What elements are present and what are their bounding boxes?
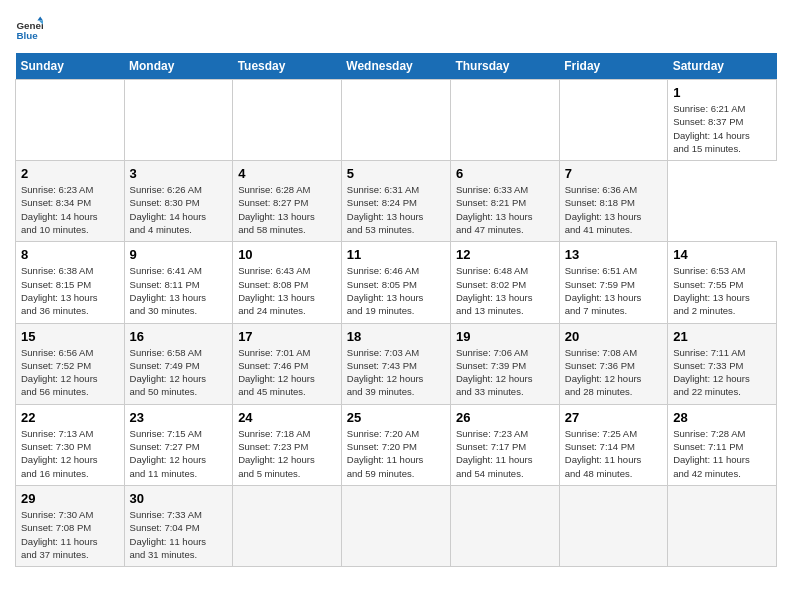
col-header-saturday: Saturday bbox=[668, 53, 777, 80]
col-header-monday: Monday bbox=[124, 53, 233, 80]
day-info: Sunrise: 7:30 AM Sunset: 7:08 PM Dayligh… bbox=[21, 508, 119, 561]
calendar-cell: 1Sunrise: 6:21 AM Sunset: 8:37 PM Daylig… bbox=[668, 80, 777, 161]
day-number: 9 bbox=[130, 247, 228, 262]
day-number: 19 bbox=[456, 329, 554, 344]
calendar-cell bbox=[124, 80, 233, 161]
day-number: 18 bbox=[347, 329, 445, 344]
col-header-tuesday: Tuesday bbox=[233, 53, 342, 80]
day-info: Sunrise: 6:23 AM Sunset: 8:34 PM Dayligh… bbox=[21, 183, 119, 236]
calendar-cell: 3Sunrise: 6:26 AM Sunset: 8:30 PM Daylig… bbox=[124, 161, 233, 242]
day-info: Sunrise: 7:20 AM Sunset: 7:20 PM Dayligh… bbox=[347, 427, 445, 480]
day-number: 17 bbox=[238, 329, 336, 344]
day-number: 11 bbox=[347, 247, 445, 262]
col-header-wednesday: Wednesday bbox=[341, 53, 450, 80]
day-info: Sunrise: 6:53 AM Sunset: 7:55 PM Dayligh… bbox=[673, 264, 771, 317]
day-number: 10 bbox=[238, 247, 336, 262]
day-info: Sunrise: 7:28 AM Sunset: 7:11 PM Dayligh… bbox=[673, 427, 771, 480]
day-number: 2 bbox=[21, 166, 119, 181]
calendar-cell: 13Sunrise: 6:51 AM Sunset: 7:59 PM Dayli… bbox=[559, 242, 667, 323]
calendar-cell: 15Sunrise: 6:56 AM Sunset: 7:52 PM Dayli… bbox=[16, 323, 125, 404]
day-number: 6 bbox=[456, 166, 554, 181]
col-header-sunday: Sunday bbox=[16, 53, 125, 80]
calendar-cell: 21Sunrise: 7:11 AM Sunset: 7:33 PM Dayli… bbox=[668, 323, 777, 404]
day-number: 20 bbox=[565, 329, 662, 344]
calendar-cell bbox=[341, 485, 450, 566]
calendar-cell: 29Sunrise: 7:30 AM Sunset: 7:08 PM Dayli… bbox=[16, 485, 125, 566]
day-info: Sunrise: 7:08 AM Sunset: 7:36 PM Dayligh… bbox=[565, 346, 662, 399]
day-info: Sunrise: 6:43 AM Sunset: 8:08 PM Dayligh… bbox=[238, 264, 336, 317]
calendar-cell bbox=[559, 485, 667, 566]
day-info: Sunrise: 6:46 AM Sunset: 8:05 PM Dayligh… bbox=[347, 264, 445, 317]
day-number: 15 bbox=[21, 329, 119, 344]
day-info: Sunrise: 6:21 AM Sunset: 8:37 PM Dayligh… bbox=[673, 102, 771, 155]
calendar-body: 1Sunrise: 6:21 AM Sunset: 8:37 PM Daylig… bbox=[16, 80, 777, 567]
day-info: Sunrise: 6:28 AM Sunset: 8:27 PM Dayligh… bbox=[238, 183, 336, 236]
day-info: Sunrise: 7:33 AM Sunset: 7:04 PM Dayligh… bbox=[130, 508, 228, 561]
day-info: Sunrise: 7:15 AM Sunset: 7:27 PM Dayligh… bbox=[130, 427, 228, 480]
header: General Blue bbox=[15, 15, 777, 43]
calendar-cell bbox=[450, 80, 559, 161]
day-info: Sunrise: 6:38 AM Sunset: 8:15 PM Dayligh… bbox=[21, 264, 119, 317]
day-number: 21 bbox=[673, 329, 771, 344]
calendar-week-row: 15Sunrise: 6:56 AM Sunset: 7:52 PM Dayli… bbox=[16, 323, 777, 404]
calendar-cell: 7Sunrise: 6:36 AM Sunset: 8:18 PM Daylig… bbox=[559, 161, 667, 242]
logo: General Blue bbox=[15, 15, 47, 43]
day-info: Sunrise: 7:23 AM Sunset: 7:17 PM Dayligh… bbox=[456, 427, 554, 480]
day-info: Sunrise: 7:01 AM Sunset: 7:46 PM Dayligh… bbox=[238, 346, 336, 399]
day-info: Sunrise: 6:33 AM Sunset: 8:21 PM Dayligh… bbox=[456, 183, 554, 236]
day-number: 24 bbox=[238, 410, 336, 425]
calendar-cell: 25Sunrise: 7:20 AM Sunset: 7:20 PM Dayli… bbox=[341, 404, 450, 485]
calendar-cell: 6Sunrise: 6:33 AM Sunset: 8:21 PM Daylig… bbox=[450, 161, 559, 242]
calendar-cell: 19Sunrise: 7:06 AM Sunset: 7:39 PM Dayli… bbox=[450, 323, 559, 404]
calendar-cell bbox=[450, 485, 559, 566]
calendar-week-row: 29Sunrise: 7:30 AM Sunset: 7:08 PM Dayli… bbox=[16, 485, 777, 566]
day-number: 27 bbox=[565, 410, 662, 425]
calendar-cell: 2Sunrise: 6:23 AM Sunset: 8:34 PM Daylig… bbox=[16, 161, 125, 242]
day-info: Sunrise: 6:58 AM Sunset: 7:49 PM Dayligh… bbox=[130, 346, 228, 399]
calendar-cell: 23Sunrise: 7:15 AM Sunset: 7:27 PM Dayli… bbox=[124, 404, 233, 485]
day-info: Sunrise: 6:48 AM Sunset: 8:02 PM Dayligh… bbox=[456, 264, 554, 317]
calendar-cell bbox=[559, 80, 667, 161]
calendar-cell bbox=[16, 80, 125, 161]
calendar-header-row: SundayMondayTuesdayWednesdayThursdayFrid… bbox=[16, 53, 777, 80]
day-number: 1 bbox=[673, 85, 771, 100]
calendar-cell: 28Sunrise: 7:28 AM Sunset: 7:11 PM Dayli… bbox=[668, 404, 777, 485]
calendar-cell: 12Sunrise: 6:48 AM Sunset: 8:02 PM Dayli… bbox=[450, 242, 559, 323]
day-info: Sunrise: 7:18 AM Sunset: 7:23 PM Dayligh… bbox=[238, 427, 336, 480]
day-info: Sunrise: 7:11 AM Sunset: 7:33 PM Dayligh… bbox=[673, 346, 771, 399]
day-info: Sunrise: 6:41 AM Sunset: 8:11 PM Dayligh… bbox=[130, 264, 228, 317]
day-info: Sunrise: 7:25 AM Sunset: 7:14 PM Dayligh… bbox=[565, 427, 662, 480]
calendar-cell: 18Sunrise: 7:03 AM Sunset: 7:43 PM Dayli… bbox=[341, 323, 450, 404]
day-info: Sunrise: 7:13 AM Sunset: 7:30 PM Dayligh… bbox=[21, 427, 119, 480]
calendar-cell: 24Sunrise: 7:18 AM Sunset: 7:23 PM Dayli… bbox=[233, 404, 342, 485]
calendar-cell: 27Sunrise: 7:25 AM Sunset: 7:14 PM Dayli… bbox=[559, 404, 667, 485]
day-info: Sunrise: 6:36 AM Sunset: 8:18 PM Dayligh… bbox=[565, 183, 662, 236]
calendar-cell: 5Sunrise: 6:31 AM Sunset: 8:24 PM Daylig… bbox=[341, 161, 450, 242]
calendar-cell: 8Sunrise: 6:38 AM Sunset: 8:15 PM Daylig… bbox=[16, 242, 125, 323]
day-info: Sunrise: 6:31 AM Sunset: 8:24 PM Dayligh… bbox=[347, 183, 445, 236]
calendar-week-row: 22Sunrise: 7:13 AM Sunset: 7:30 PM Dayli… bbox=[16, 404, 777, 485]
day-info: Sunrise: 6:56 AM Sunset: 7:52 PM Dayligh… bbox=[21, 346, 119, 399]
day-number: 26 bbox=[456, 410, 554, 425]
calendar-cell bbox=[233, 80, 342, 161]
calendar-cell: 10Sunrise: 6:43 AM Sunset: 8:08 PM Dayli… bbox=[233, 242, 342, 323]
calendar-cell: 17Sunrise: 7:01 AM Sunset: 7:46 PM Dayli… bbox=[233, 323, 342, 404]
day-number: 14 bbox=[673, 247, 771, 262]
day-number: 5 bbox=[347, 166, 445, 181]
calendar-week-row: 2Sunrise: 6:23 AM Sunset: 8:34 PM Daylig… bbox=[16, 161, 777, 242]
col-header-thursday: Thursday bbox=[450, 53, 559, 80]
day-number: 12 bbox=[456, 247, 554, 262]
day-number: 22 bbox=[21, 410, 119, 425]
day-info: Sunrise: 7:06 AM Sunset: 7:39 PM Dayligh… bbox=[456, 346, 554, 399]
calendar-cell: 20Sunrise: 7:08 AM Sunset: 7:36 PM Dayli… bbox=[559, 323, 667, 404]
calendar-week-row: 1Sunrise: 6:21 AM Sunset: 8:37 PM Daylig… bbox=[16, 80, 777, 161]
day-number: 29 bbox=[21, 491, 119, 506]
calendar-cell: 14Sunrise: 6:53 AM Sunset: 7:55 PM Dayli… bbox=[668, 242, 777, 323]
logo-icon: General Blue bbox=[15, 15, 43, 43]
day-number: 16 bbox=[130, 329, 228, 344]
day-number: 23 bbox=[130, 410, 228, 425]
calendar-cell: 30Sunrise: 7:33 AM Sunset: 7:04 PM Dayli… bbox=[124, 485, 233, 566]
day-number: 25 bbox=[347, 410, 445, 425]
calendar-table: SundayMondayTuesdayWednesdayThursdayFrid… bbox=[15, 53, 777, 567]
calendar-week-row: 8Sunrise: 6:38 AM Sunset: 8:15 PM Daylig… bbox=[16, 242, 777, 323]
